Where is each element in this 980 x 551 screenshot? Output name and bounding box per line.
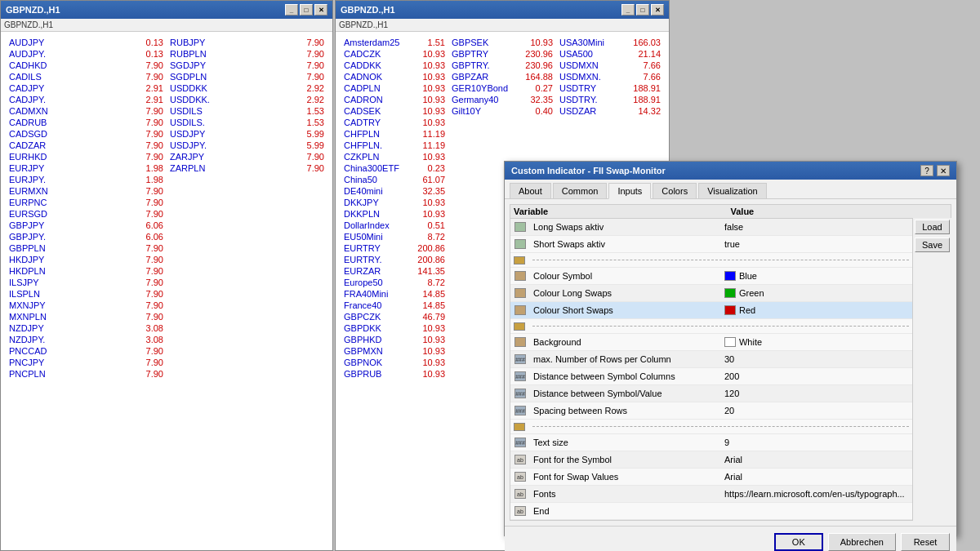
value-cell[interactable]: Red — [721, 304, 912, 317]
list-item: GBPPLN — [6, 242, 87, 254]
variable-cell: Background — [530, 335, 721, 349]
table-row[interactable]: ###Spacing between Rows20 — [510, 402, 912, 420]
variable-cell: Font for the Symbol — [530, 453, 721, 466]
table-row[interactable]: Colour SymbolBlue — [510, 268, 912, 285]
symbol-cell: USDZAR — [559, 106, 624, 116]
table-row[interactable]: Colour Long SwapsGreen — [510, 285, 912, 302]
symbol-cell: GBPDKK — [344, 323, 408, 333]
tab-inputs[interactable]: Inputs — [608, 183, 651, 199]
symbol-cell: CADTRY — [344, 118, 408, 127]
number-icon: ### — [514, 406, 526, 415]
dialog-close-button[interactable]: ✕ — [937, 165, 950, 176]
value-cell[interactable]: https://learn.microsoft.com/en-us/typogr… — [721, 487, 912, 500]
ok-footer-button[interactable]: OK — [774, 533, 823, 551]
value-cell: 10.93 — [408, 60, 445, 70]
list-item — [167, 288, 247, 300]
window2-minimize-button[interactable]: _ — [621, 4, 635, 16]
value-cell[interactable] — [721, 509, 912, 513]
table-row[interactable]: ###Text size9 — [510, 434, 912, 451]
separator-line — [532, 260, 909, 260]
list-item: GBPTRY.230.96 — [448, 60, 556, 71]
list-item — [167, 300, 247, 311]
value-cell[interactable]: 30 — [721, 353, 912, 366]
variable-cell: Font for Swap Values — [530, 470, 721, 483]
value-cell[interactable]: White — [721, 335, 912, 349]
value-cell: 200.86 — [408, 255, 445, 264]
list-item: USA30Mini166.03 — [556, 37, 664, 48]
color-swatch — [724, 271, 736, 281]
table-row[interactable]: abEnd — [510, 503, 912, 520]
list-item: PNCCAD — [6, 345, 87, 357]
value-cell: 0.40 — [516, 106, 553, 116]
table-row[interactable]: Long Swaps aktivfalse — [510, 219, 912, 236]
table-row[interactable]: ###Distance between Symbol Columns200 — [510, 368, 912, 385]
value-cell[interactable]: Blue — [721, 269, 912, 282]
list-item: CADMXN — [6, 105, 87, 117]
list-item: NZDJPY. — [6, 334, 87, 345]
list-item: USDZAR14.32 — [556, 105, 664, 117]
dialog-body: Variable Value Long Swaps aktivfalseShor… — [505, 199, 956, 526]
list-item: CADNOK10.93 — [341, 71, 448, 82]
symbol-cell: USDTRY. — [559, 95, 624, 104]
tab-visualization[interactable]: Visualization — [698, 183, 767, 198]
window2-close-button[interactable]: ✕ — [651, 4, 664, 16]
list-item — [167, 345, 247, 357]
value-cell: 10.93 — [408, 83, 445, 93]
minimize-button[interactable]: _ — [285, 4, 298, 16]
table-row[interactable]: Colour Short SwapsRed — [510, 302, 912, 319]
table-row[interactable]: abFont for Swap ValuesArial — [510, 469, 912, 486]
maximize-button[interactable]: □ — [300, 4, 313, 16]
list-item: China5061.07 — [341, 174, 448, 185]
abbrechen-footer-button[interactable]: Abbrechen — [828, 533, 896, 551]
list-item — [167, 220, 247, 231]
variable-cell: Colour Short Swaps — [530, 304, 721, 317]
table-row[interactable]: ###max. Number of Rows per Column30 — [510, 351, 912, 368]
close-button[interactable]: ✕ — [314, 4, 327, 16]
tab-common[interactable]: Common — [553, 183, 608, 198]
table-row[interactable]: abFont for the SymbolArial — [510, 451, 912, 469]
tab-colors[interactable]: Colors — [653, 183, 697, 198]
toggle-icon — [514, 222, 526, 232]
value-cell[interactable]: Arial — [721, 453, 912, 466]
list-item: EURHKD — [6, 151, 87, 162]
table-row[interactable]: ###Distance between Symbol/Value120 — [510, 385, 912, 402]
value-cell: 10.93 — [408, 209, 445, 219]
list-item — [247, 208, 328, 220]
list-item: CHFPLN.11.19 — [341, 140, 448, 151]
reset-footer-button[interactable]: Reset — [901, 533, 950, 551]
list-item: 7.90 — [87, 197, 167, 208]
value-cell[interactable]: 200 — [721, 370, 912, 383]
dialog-help-button[interactable]: ? — [920, 165, 933, 176]
list-item: DollarIndex0.51 — [341, 220, 448, 231]
save-button[interactable]: Save — [915, 238, 950, 252]
value-cell[interactable]: 120 — [721, 387, 912, 400]
list-item: USDMXN.7.66 — [556, 71, 664, 82]
symbol-cell: GER10YBond — [452, 83, 516, 93]
list-item: 1.98 — [87, 162, 167, 174]
table-row[interactable]: Short Swaps aktivtrue — [510, 236, 912, 253]
list-item — [167, 254, 247, 265]
table-row[interactable]: BackgroundWhite — [510, 334, 912, 351]
list-item: USDILS. — [167, 117, 247, 128]
list-item — [167, 368, 247, 380]
value-cell[interactable]: false — [721, 220, 912, 233]
window2-maximize-button[interactable]: □ — [636, 4, 649, 16]
symbol-cell: CHFPLN — [344, 129, 408, 139]
list-item: MXNPLN — [6, 311, 87, 322]
tab-about[interactable]: About — [510, 183, 551, 198]
value-cell[interactable]: 20 — [721, 404, 912, 417]
window-2-title: GBPNZD.,H1 — [341, 5, 395, 15]
value-cell[interactable]: Arial — [721, 470, 912, 483]
value-cell[interactable]: 9 — [721, 436, 912, 449]
load-button[interactable]: Load — [915, 220, 950, 234]
list-item: CADHKD — [6, 60, 87, 71]
value-cell[interactable]: Green — [721, 287, 912, 300]
list-item — [167, 334, 247, 345]
list-item: 7.90 — [87, 368, 167, 380]
list-item: EURJPY — [6, 162, 87, 174]
list-item: CADJPY. — [6, 94, 87, 105]
value-cell[interactable]: true — [721, 238, 912, 251]
toggle-icon — [514, 239, 526, 249]
table-row[interactable]: abFontshttps://learn.microsoft.com/en-us… — [510, 486, 912, 503]
value-cell: 11.19 — [408, 140, 445, 150]
